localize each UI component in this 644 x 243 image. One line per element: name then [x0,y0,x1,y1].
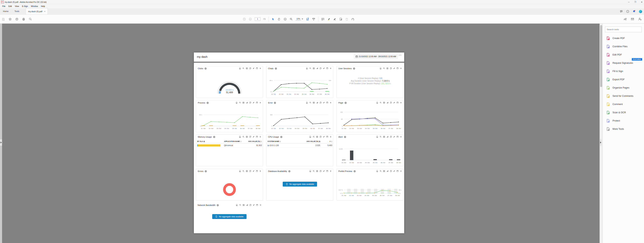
calendar-icon[interactable] [313,102,315,104]
window-icon[interactable] [396,67,398,70]
sign-pen-icon[interactable] [333,18,336,20]
find-icon[interactable] [29,18,32,20]
tool-item-send-for-comments[interactable]: Send for Comments [603,92,644,100]
chart-icon[interactable] [246,102,248,104]
tool-item-request-signatures[interactable]: FEATUREDRequest Signatures [603,59,644,67]
no-data-button[interactable]: No aggregate data available [212,214,246,219]
info-icon[interactable]: i [205,170,207,172]
copy-icon[interactable] [249,102,251,104]
window-icon[interactable] [256,136,258,138]
calendar-icon[interactable] [313,67,315,70]
csv-export-icon[interactable]: CSV [236,102,238,104]
column-header[interactable]: BY SLA [196,140,223,144]
copy-icon[interactable] [320,102,322,104]
page-up-icon[interactable] [243,18,246,20]
column-header[interactable]: APPLICATION NAME [223,140,245,144]
notifications-icon[interactable] [632,10,636,13]
tool-item-edit-pdf[interactable]: Edit PDF [603,50,644,59]
calendar-icon[interactable] [383,102,385,104]
calendar-icon[interactable] [386,67,388,70]
calendar-icon[interactable] [383,170,385,172]
redo-icon[interactable] [351,18,354,20]
calendar-icon[interactable] [246,67,248,70]
menu-edit[interactable]: Edit [7,4,13,8]
edit-icon[interactable] [323,67,325,70]
no-data-button[interactable]: No aggregate data available [283,182,317,186]
tool-item-organize-pages[interactable]: Organize Pages [603,84,644,92]
edit-icon[interactable] [252,102,254,104]
email-icon[interactable] [631,18,634,20]
info-icon[interactable]: i [344,136,346,138]
csv-export-icon[interactable]: CSV [309,170,312,172]
close-icon[interactable] [330,136,332,138]
copy-icon[interactable] [320,67,322,70]
close-tab-icon[interactable]: × [44,10,45,12]
chart-icon[interactable] [386,136,388,138]
close-icon[interactable] [400,102,402,104]
select-cursor-icon[interactable] [272,18,275,20]
tools-pane-toggle[interactable] [600,139,602,146]
close-icon[interactable] [260,204,262,206]
edit-icon[interactable] [323,136,325,138]
tab-home[interactable]: Home [0,8,12,14]
edit-icon[interactable] [393,136,395,138]
tool-item-create-pdf[interactable]: Create PDF [603,34,644,42]
close-icon[interactable] [259,67,261,70]
info-icon[interactable]: i [344,102,347,104]
zoom-in-icon[interactable] [383,67,385,70]
fit-width-icon[interactable] [306,18,309,20]
tab-document[interactable]: my.dash (5).pdf× [26,8,48,14]
edit-icon[interactable] [393,170,395,172]
minimize-icon[interactable]: ─ [628,0,630,4]
close-icon[interactable]: × [641,0,642,4]
zoom-in-icon[interactable] [290,18,293,20]
zoom-in-icon[interactable] [380,136,382,138]
tool-item-comment[interactable]: Comment [603,100,644,108]
chart-icon[interactable] [386,102,388,104]
copy-icon[interactable] [249,67,251,70]
document-scrollbar[interactable] [600,24,602,243]
zoom-in-icon[interactable] [380,102,382,104]
zoom-level-dropdown[interactable]: 10% [296,18,303,20]
zoom-in-icon[interactable] [309,67,312,70]
csv-export-icon[interactable]: CSV [380,67,382,70]
zoom-out-icon[interactable] [284,18,287,20]
copy-icon[interactable] [320,136,322,138]
calendar-icon[interactable] [383,136,385,138]
zoom-in-icon[interactable] [380,170,382,172]
zoom-in-icon[interactable] [309,102,312,104]
info-icon[interactable]: i [213,136,215,138]
table-row[interactable]: QA-tomcat91.902 [196,144,263,148]
close-icon[interactable] [330,102,332,104]
copy-icon[interactable] [390,67,392,70]
window-icon[interactable] [396,170,398,172]
window-icon[interactable] [396,136,398,138]
save-icon[interactable] [2,18,5,20]
close-icon[interactable] [259,102,261,104]
scrollbar-thumb[interactable] [600,25,602,87]
csv-export-icon[interactable]: CSV [376,170,378,172]
tab-tools[interactable]: Tools [12,8,22,14]
menu-help[interactable]: Help [39,4,46,8]
calendar-icon[interactable] [242,102,244,104]
info-icon[interactable]: i [280,136,282,138]
calendar-icon[interactable] [242,204,245,206]
edit-icon[interactable] [252,170,254,172]
window-icon[interactable] [256,170,258,172]
close-icon[interactable] [400,136,402,138]
menu-window[interactable]: Window [30,4,39,8]
edit-icon[interactable] [393,102,395,104]
edit-icon[interactable] [323,102,325,104]
close-icon[interactable] [400,170,402,172]
window-icon[interactable] [256,204,258,206]
window-icon[interactable] [326,102,328,104]
info-icon[interactable]: i [275,68,277,70]
zoom-in-icon[interactable] [313,170,315,172]
help-icon[interactable]: ? [626,10,629,13]
edit-icon[interactable] [323,170,325,172]
info-icon[interactable]: i [354,170,356,172]
copy-icon[interactable] [390,170,392,172]
calendar-icon[interactable] [246,136,248,138]
copy-icon[interactable] [390,102,392,104]
highlight-icon[interactable] [327,18,330,20]
